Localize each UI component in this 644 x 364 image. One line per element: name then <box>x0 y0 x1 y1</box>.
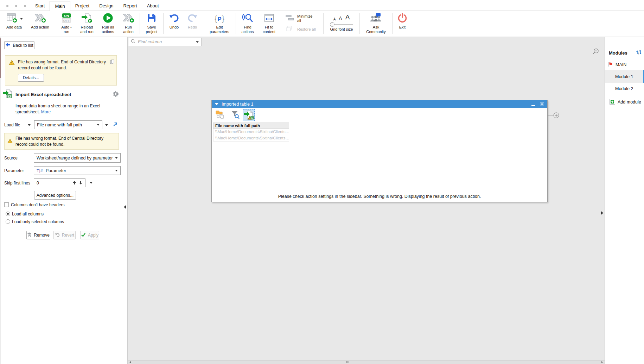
chevron-down-icon[interactable] <box>196 41 199 43</box>
spinner-down-icon[interactable] <box>79 181 83 186</box>
reload-and-run-button[interactable]: Reload and run <box>76 12 97 37</box>
scrollbar-grip[interactable] <box>346 361 349 363</box>
back-to-list-button[interactable]: Back to list <box>4 41 34 49</box>
add-data-dropdown-caret[interactable] <box>20 18 23 20</box>
restore-all-icon <box>286 26 295 33</box>
find-column-input[interactable] <box>138 39 193 44</box>
source-value: Worksheet/range defined by parameter <box>37 156 113 161</box>
add-next-action-icon[interactable] <box>553 112 559 120</box>
add-module-button[interactable]: Add module <box>605 97 644 107</box>
restore-all-button[interactable]: Restore all <box>286 26 320 33</box>
window-dot <box>15 5 17 7</box>
tab-start[interactable]: Start <box>30 1 50 11</box>
run-all-actions-icon <box>103 13 113 25</box>
horizontal-scrollbar[interactable] <box>128 360 605 364</box>
filter-search-icon[interactable] <box>230 110 240 120</box>
run-all-actions-button[interactable]: Run all actions <box>97 12 119 37</box>
table-window-toolbar <box>212 108 547 123</box>
find-column-searchbar[interactable] <box>128 38 202 46</box>
ribbon-separator <box>55 13 55 34</box>
scroll-left-arrow[interactable] <box>129 361 131 363</box>
run-action-button[interactable]: Run action <box>119 12 138 37</box>
trash-icon <box>27 232 32 238</box>
sidebar-scrollbar-thumb[interactable] <box>0 38 1 78</box>
ribbon-separator <box>359 13 360 34</box>
edit-parameters-icon: {P} <box>215 14 224 23</box>
undo-button[interactable]: Undo <box>165 12 183 37</box>
tab-main[interactable]: Main <box>50 1 70 11</box>
collapse-sidebar-arrow[interactable] <box>124 205 126 209</box>
find-actions-button[interactable]: Find actions <box>237 12 258 37</box>
scroll-right-arrow[interactable] <box>601 361 603 363</box>
apply-button[interactable]: Apply <box>80 231 99 239</box>
module-item-main[interactable]: MAIN <box>605 59 644 70</box>
tab-report[interactable]: Report <box>119 1 142 11</box>
load-only-selected-radio[interactable] <box>6 219 10 224</box>
parameter-combobox[interactable]: T|# Parameter <box>34 166 121 175</box>
details-button[interactable]: Details... <box>18 74 44 82</box>
ask-community-button[interactable]: Ask Community <box>361 12 391 37</box>
gear-icon[interactable] <box>113 91 119 98</box>
reload-and-run-icon <box>81 13 93 25</box>
warning-icon <box>9 60 15 66</box>
table-row[interactable]: \\Mac\Home\Documents\Sixtina\Clients… <box>213 129 289 135</box>
add-data-button[interactable]: Add data <box>1 12 27 37</box>
collapse-modules-arrow[interactable] <box>601 211 603 215</box>
more-link[interactable]: More <box>41 109 51 114</box>
minimize-all-label: Minimize all <box>297 14 315 23</box>
remove-button[interactable]: Remove <box>26 231 50 239</box>
grid-font-size-slider[interactable] <box>330 22 353 27</box>
revert-button[interactable]: Revert <box>53 231 76 239</box>
edit-parameters-button[interactable]: {P} Edit parameters <box>205 12 234 37</box>
slider-knob[interactable] <box>330 22 334 27</box>
load-file-mode-caret[interactable] <box>28 124 31 126</box>
columns-no-headers-checkbox[interactable] <box>4 202 9 207</box>
copy-icon[interactable] <box>110 59 114 65</box>
derive-table-icon[interactable] <box>215 110 225 120</box>
open-file-arrow-icon[interactable] <box>113 122 118 128</box>
auto-run-button[interactable]: ONOFF Auto - run <box>57 12 76 37</box>
module-item-module1-selected[interactable]: Module 1 <box>605 70 644 83</box>
load-all-columns-radio[interactable] <box>6 212 10 216</box>
svg-text:ON: ON <box>64 14 69 18</box>
selected-import-action-icon[interactable] <box>243 109 255 121</box>
run-action-icon <box>122 13 135 25</box>
table-row[interactable]: \\Mac\Home\Documents\Sixtina\Clients… <box>213 135 289 142</box>
table-column-header[interactable]: File name with full path <box>213 123 289 129</box>
fit-to-content-button[interactable]: Fit to content <box>258 12 280 37</box>
load-all-columns-label: Load all columns <box>12 212 44 216</box>
spinner-up-icon[interactable] <box>72 181 76 186</box>
tab-design[interactable]: Design <box>94 1 118 11</box>
collapse-table-icon[interactable] <box>215 103 218 105</box>
save-project-button[interactable]: Save project <box>141 12 162 37</box>
advanced-options-button[interactable]: Advanced options... <box>34 191 76 200</box>
window-dot <box>6 5 8 7</box>
reorder-modules-icon[interactable] <box>636 50 642 56</box>
redo-button[interactable]: Redo <box>183 12 202 37</box>
skip-first-lines-label: Skip first lines <box>4 181 30 186</box>
tab-project[interactable]: Project <box>70 1 94 11</box>
skip-first-lines-value: 0 <box>37 181 39 186</box>
zoom-out-icon[interactable] <box>593 48 599 56</box>
source-combobox[interactable]: Worksheet/range defined by parameter <box>34 153 121 163</box>
load-file-combobox[interactable]: File name with full path <box>34 120 102 129</box>
easymorph-app-window: Start Main Project Design Report About A… <box>0 0 644 364</box>
grid-font-size-control[interactable]: AAA Grid font size <box>325 12 358 37</box>
maximize-window-icon[interactable] <box>540 102 544 106</box>
exit-button[interactable]: Exit <box>394 12 411 37</box>
minimize-all-button[interactable]: Minimize all <box>286 14 320 23</box>
tab-about[interactable]: About <box>142 1 164 11</box>
modules-panel: Modules MAIN Module 1 Module 2 Add modul… <box>605 37 644 364</box>
workflow-canvas[interactable]: Imported table 1 File name with full pat… <box>128 37 605 364</box>
parameter-value: Parameter <box>46 168 66 173</box>
table-window-titlebar[interactable]: Imported table 1 <box>212 100 547 108</box>
sidebar-scrollbar[interactable] <box>0 37 1 364</box>
skip-first-lines-input[interactable]: 0 <box>34 178 85 187</box>
table-window-title: Imported table 1 <box>222 102 253 107</box>
minimize-window-icon[interactable] <box>531 105 535 106</box>
module-item-module2[interactable]: Module 2 <box>605 83 644 94</box>
add-action-button[interactable]: Add action <box>27 12 53 37</box>
warning-text: File has wrong format. End of Central Di… <box>18 59 110 71</box>
load-file-extra-caret[interactable] <box>105 124 108 126</box>
skip-lines-caret[interactable] <box>90 182 93 184</box>
